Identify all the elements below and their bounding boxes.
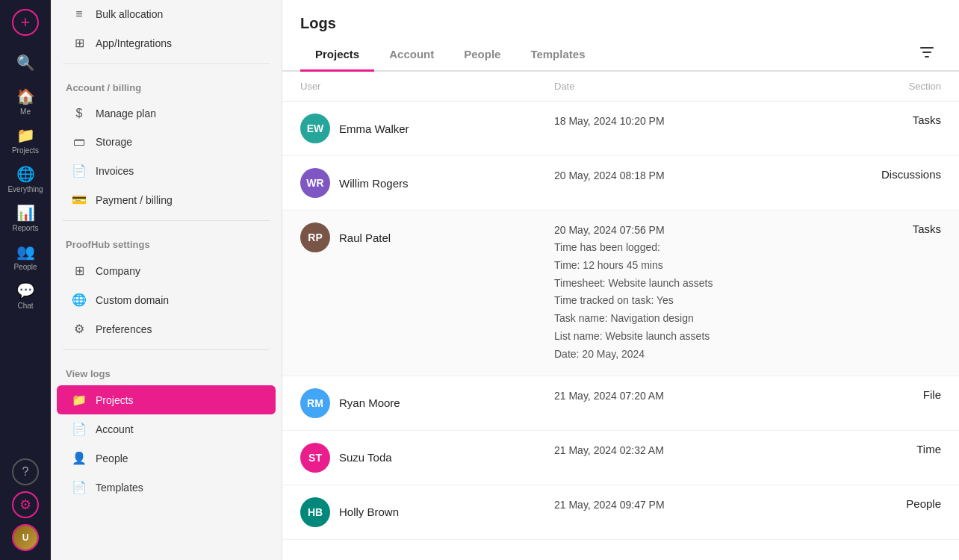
log-detail: Time has been logged: Time: 12 hours 45 … xyxy=(554,239,792,364)
sidebar: ≡ Bulk allocation ⊞ App/Integrations Acc… xyxy=(51,0,282,560)
search-button[interactable]: 🔍 xyxy=(7,45,43,81)
add-button[interactable]: + xyxy=(12,9,39,36)
sidebar-item-storage[interactable]: 🗃 Storage xyxy=(57,128,276,156)
table-header: User Date Section xyxy=(282,72,959,102)
user-name: Emma Walker xyxy=(339,122,409,135)
user-cell: RM Ryan Moore xyxy=(300,388,554,418)
tab-projects[interactable]: Projects xyxy=(300,39,374,72)
people-log-icon: 👤 xyxy=(72,451,87,465)
user-name: Suzu Toda xyxy=(339,451,392,464)
sidebar-item-projects-log[interactable]: 📁 Projects xyxy=(57,385,276,414)
sidebar-item-account-log[interactable]: 📄 Account xyxy=(57,414,276,444)
table-row: ST Suzu Toda 21 May, 2024 02:32 AM Time xyxy=(282,431,959,485)
domain-icon: 🌐 xyxy=(72,293,87,307)
tabs-bar: Projects Account People Templates xyxy=(282,38,959,72)
divider-2 xyxy=(63,220,270,221)
divider-1 xyxy=(63,63,270,64)
section-cell: Tasks xyxy=(792,113,941,126)
sidebar-item-custom-domain[interactable]: 🌐 Custom domain xyxy=(57,285,276,314)
nav-everything[interactable]: 🌐 Everything xyxy=(7,161,43,197)
view-logs-header: View logs xyxy=(51,356,282,385)
date-cell: 20 May, 2024 07:56 PM xyxy=(554,223,792,236)
section-cell: Tasks xyxy=(792,223,941,235)
section-cell: People xyxy=(792,497,941,510)
date-cell: 20 May, 2024 08:18 PM xyxy=(554,168,792,181)
settings-button[interactable]: ⚙ xyxy=(12,491,39,518)
table-row: HB Holly Brown 21 May, 2024 09:47 PM Peo… xyxy=(282,485,959,540)
user-cell: ST Suzu Toda xyxy=(300,443,554,473)
user-cell: WR Willim Rogers xyxy=(300,168,554,198)
account-log-icon: 📄 xyxy=(72,422,87,436)
tab-templates[interactable]: Templates xyxy=(515,39,600,72)
avatar: RM xyxy=(300,388,330,418)
logs-table: User Date Section EW Emma Walker 18 May,… xyxy=(282,72,959,560)
sidebar-item-bulk-allocation[interactable]: ≡ Bulk allocation xyxy=(57,0,276,28)
nav-bar: + 🔍 🏠 Me 📁 Projects 🌐 Everything 📊 Repor… xyxy=(0,0,51,560)
section-cell: Discussions xyxy=(792,168,941,181)
user-name: Holly Brown xyxy=(339,505,399,518)
table-row: RM Ryan Moore 21 May, 2024 07:20 AM File xyxy=(282,376,959,431)
date-cell: 21 May, 2024 02:32 AM xyxy=(554,443,792,456)
chat-icon: 💬 xyxy=(16,281,35,299)
avatar: ST xyxy=(300,443,330,473)
invoice-icon: 📄 xyxy=(72,164,87,178)
nav-chat[interactable]: 💬 Chat xyxy=(7,278,43,314)
home-icon: 🏠 xyxy=(16,87,35,105)
sidebar-item-people-log[interactable]: 👤 People xyxy=(57,444,276,473)
nav-projects[interactable]: 📁 Projects xyxy=(7,122,43,158)
sidebar-item-manage-plan[interactable]: $ Manage plan xyxy=(57,99,276,128)
filter-button[interactable] xyxy=(913,38,941,70)
user-avatar[interactable]: U xyxy=(12,524,39,551)
layers-icon: ≡ xyxy=(72,7,87,21)
account-billing-header: Account / billing xyxy=(51,70,282,99)
tab-account[interactable]: Account xyxy=(374,39,449,72)
page-title: Logs xyxy=(282,0,959,32)
user-name: Raul Patel xyxy=(339,231,391,244)
header-section: Section xyxy=(792,81,941,92)
date-cell: 21 May, 2024 09:47 PM xyxy=(554,497,792,511)
avatar: EW xyxy=(300,113,330,143)
user-cell: HB Holly Brown xyxy=(300,497,554,527)
avatar-image: U xyxy=(13,526,37,550)
sidebar-item-company[interactable]: ⊞ Company xyxy=(57,256,276,285)
nav-me[interactable]: 🏠 Me xyxy=(7,84,43,119)
sidebar-item-app-integrations[interactable]: ⊞ App/Integrations xyxy=(57,28,276,57)
help-button[interactable]: ? xyxy=(12,458,39,485)
sidebar-item-templates-log[interactable]: 📄 Templates xyxy=(57,473,276,502)
table-row: WR Willim Rogers 20 May, 2024 08:18 PM D… xyxy=(282,156,959,211)
people-icon: 👥 xyxy=(16,243,35,261)
header-date: Date xyxy=(554,81,792,92)
section-cell: File xyxy=(792,388,941,401)
proofhub-header: ProofHub settings xyxy=(51,227,282,256)
nav-people[interactable]: 👥 People xyxy=(7,239,43,275)
dollar-icon: $ xyxy=(72,107,87,120)
sidebar-item-payment-billing[interactable]: 💳 Payment / billing xyxy=(57,185,276,214)
preferences-icon: ⚙ xyxy=(72,322,87,336)
folder-log-icon: 📁 xyxy=(72,393,87,407)
date-cell: 21 May, 2024 07:20 AM xyxy=(554,388,792,402)
header-user: User xyxy=(300,81,554,92)
main-content: Logs Projects Account People Templates U… xyxy=(282,0,959,560)
question-icon: ? xyxy=(22,465,29,479)
sidebar-item-invoices[interactable]: 📄 Invoices xyxy=(57,156,276,185)
user-cell: EW Emma Walker xyxy=(300,113,554,143)
table-row: EW Emma Walker 18 May, 2024 10:20 PM Tas… xyxy=(282,102,959,156)
card-icon: 💳 xyxy=(72,193,87,207)
avatar: HB xyxy=(300,497,330,527)
section-cell: Time xyxy=(792,443,941,455)
user-name: Willim Rogers xyxy=(339,177,409,190)
nav-reports[interactable]: 📊 Reports xyxy=(7,200,43,236)
user-name: Ryan Moore xyxy=(339,396,400,409)
avatar: WR xyxy=(300,168,330,198)
gear-icon: ⚙ xyxy=(19,497,31,513)
tab-people[interactable]: People xyxy=(449,39,515,72)
chart-icon: 📊 xyxy=(16,204,35,222)
date-detail-col: 20 May, 2024 07:56 PM Time has been logg… xyxy=(554,223,792,364)
sidebar-item-preferences[interactable]: ⚙ Preferences xyxy=(57,314,276,343)
date-cell: 18 May, 2024 10:20 PM xyxy=(554,113,792,127)
folder-icon: 📁 xyxy=(16,126,35,144)
company-icon: ⊞ xyxy=(72,264,87,278)
divider-3 xyxy=(63,349,270,350)
storage-icon: 🗃 xyxy=(72,135,87,149)
table-row: RP Raul Patel 20 May, 2024 07:56 PM Time… xyxy=(282,211,959,376)
